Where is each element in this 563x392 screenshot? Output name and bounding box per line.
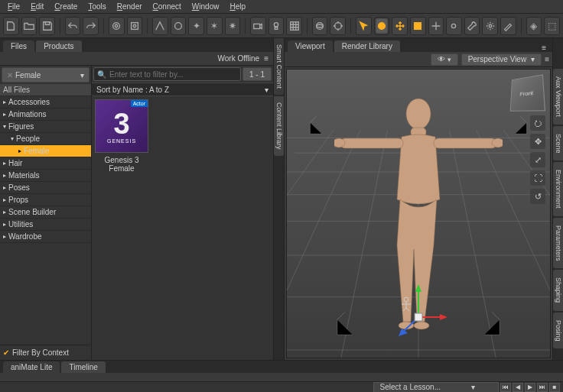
cat-female[interactable]: ▸Female (0, 145, 91, 157)
link-tool[interactable] (446, 17, 462, 35)
thumb-label: Genesis 3 Female (95, 156, 148, 173)
vtab-shaping[interactable]: Shaping (553, 270, 563, 310)
cat-props[interactable]: ▸Props (0, 194, 91, 206)
menu-render[interactable]: Render (112, 1, 147, 12)
view-cube[interactable]: Front (510, 74, 545, 112)
tool5-button[interactable]: ✷ (225, 17, 241, 35)
cat-all-files[interactable]: All Files (0, 84, 91, 96)
filter-by-context[interactable]: Filter By Context (12, 348, 69, 357)
check-icon[interactable]: ✔ (3, 348, 9, 357)
extra-tool-2[interactable]: ⬚ (544, 17, 560, 35)
spot-render-button[interactable] (127, 17, 143, 35)
cat-hair[interactable]: ▸Hair (0, 157, 91, 170)
save-button[interactable] (39, 17, 55, 35)
new-file-button[interactable] (3, 17, 19, 35)
wrench-icon[interactable] (464, 17, 480, 35)
vtab-environment[interactable]: Environment (553, 162, 563, 216)
camera-icon[interactable] (250, 17, 266, 35)
open-file-button[interactable] (21, 17, 37, 35)
light-icon[interactable] (268, 17, 285, 35)
vtab-content-library[interactable]: Content Library (274, 96, 284, 156)
menu-create[interactable]: Create (50, 1, 82, 12)
menu-edit[interactable]: Edit (26, 1, 48, 12)
lesson-next[interactable]: ▶ (525, 383, 535, 392)
lesson-stop[interactable]: ■ (549, 383, 560, 392)
lesson-dropdown[interactable]: Select a Lesson...▾ (373, 382, 500, 393)
asset-thumb-genesis3female[interactable]: Actor 3 GENESIS Genesis 3 Female (95, 99, 148, 173)
frame-icon[interactable]: ⛶ (530, 170, 545, 186)
tab-products[interactable]: Products (36, 40, 81, 52)
menu-help[interactable]: Help (225, 1, 250, 12)
svg-rect-7 (290, 21, 298, 30)
svg-marker-42 (399, 329, 408, 336)
vtab-aux-viewport[interactable]: Aux Viewport (553, 69, 563, 125)
viewport-menu-icon[interactable]: ≡ (545, 55, 549, 63)
cat-poses[interactable]: ▸Poses (0, 182, 91, 194)
tab-timeline[interactable]: Timeline (61, 361, 105, 373)
tool1-button[interactable] (152, 17, 168, 35)
pointer-tool[interactable] (356, 17, 372, 35)
cat-figures[interactable]: ▾Figures (0, 121, 91, 133)
redo-button[interactable] (83, 17, 99, 35)
tab-viewport[interactable]: Viewport (288, 40, 333, 52)
sort-dropdown[interactable]: Sort by Name : A to Z▾ (92, 83, 273, 96)
panel-menu-icon[interactable]: ≡ (264, 54, 268, 63)
menu-tools[interactable]: Tools (83, 1, 110, 12)
cat-wardrobe[interactable]: ▸Wardrobe (0, 231, 91, 243)
menu-window[interactable]: Window (187, 1, 224, 12)
move-tool[interactable] (428, 17, 444, 35)
category-dropdown[interactable]: ✕Female ▾ (2, 67, 89, 83)
cat-people[interactable]: ▾People (0, 133, 91, 145)
svg-point-33 (334, 138, 345, 147)
camera-selector[interactable]: 👁▾ (431, 53, 458, 66)
orbit-icon[interactable]: ⭮ (530, 115, 545, 131)
lesson-prev[interactable]: ◀ (513, 383, 523, 392)
extra-tool-1[interactable]: ◈ (526, 17, 542, 35)
svg-point-9 (317, 24, 324, 28)
sphere-cage-icon[interactable] (312, 17, 328, 35)
pan-icon[interactable]: ✥ (530, 134, 545, 149)
render-button[interactable] (109, 17, 125, 35)
svg-point-13 (489, 24, 492, 28)
cat-scene-builder[interactable]: ▸Scene Builder (0, 206, 91, 219)
menu-connect[interactable]: Connect (148, 1, 186, 12)
rotate-tool[interactable] (374, 17, 390, 35)
vtab-posing[interactable]: Posing (553, 313, 563, 349)
paint-icon[interactable] (500, 17, 516, 35)
cat-accessories[interactable]: ▸Accessories (0, 96, 91, 109)
dolly-icon[interactable]: ⤢ (530, 152, 545, 167)
settings-icon[interactable] (482, 17, 498, 35)
undo-button[interactable] (65, 17, 81, 35)
viewport-3d[interactable]: Front ⭮ ✥ ⤢ ⛶ ↺ (286, 69, 551, 358)
vtab-parameters[interactable]: Parameters (553, 218, 563, 269)
svg-marker-40 (440, 314, 447, 320)
tab-render-library[interactable]: Render Library (334, 40, 400, 52)
tab-files[interactable]: Files (3, 40, 34, 52)
panel-menu-icon[interactable]: ≡ (542, 44, 546, 52)
cat-materials[interactable]: ▸Materials (0, 170, 91, 182)
reset-view-icon[interactable]: ↺ (530, 189, 545, 204)
vtab-scene[interactable]: Scene (553, 126, 563, 161)
target-icon[interactable] (330, 17, 346, 35)
viewport-nav-tools: ⭮ ✥ ⤢ ⛶ ↺ (530, 115, 545, 204)
tool2-button[interactable] (171, 17, 187, 35)
lesson-last[interactable]: ⏭ (537, 383, 548, 392)
content-column: 🔍 1 - 1 Sort by Name : A to Z▾ Actor 3 G… (92, 66, 273, 360)
grid-icon[interactable] (286, 17, 302, 35)
cat-utilities[interactable]: ▸Utilities (0, 219, 91, 231)
view-mode-dropdown[interactable]: Perspective View▾ (461, 53, 542, 66)
tool4-button[interactable]: ✶ (207, 17, 223, 35)
vtab-smart-content[interactable]: Smart Content (274, 38, 284, 95)
lesson-first[interactable]: ⏮ (500, 383, 511, 392)
work-offline-label[interactable]: Work Offline (218, 54, 260, 63)
search-input[interactable] (109, 70, 237, 79)
menu-file[interactable]: File (3, 1, 24, 12)
cat-animations[interactable]: ▸Animations (0, 109, 91, 121)
tab-animate-lite[interactable]: aniMate Lite (3, 361, 60, 373)
translate-tool[interactable] (392, 17, 408, 35)
svg-point-3 (133, 24, 136, 28)
search-input-wrap[interactable]: 🔍 (93, 67, 241, 81)
translate-gizmo[interactable] (388, 283, 449, 344)
scale-tool[interactable] (410, 17, 426, 35)
tool3-button[interactable]: ✦ (188, 17, 204, 35)
